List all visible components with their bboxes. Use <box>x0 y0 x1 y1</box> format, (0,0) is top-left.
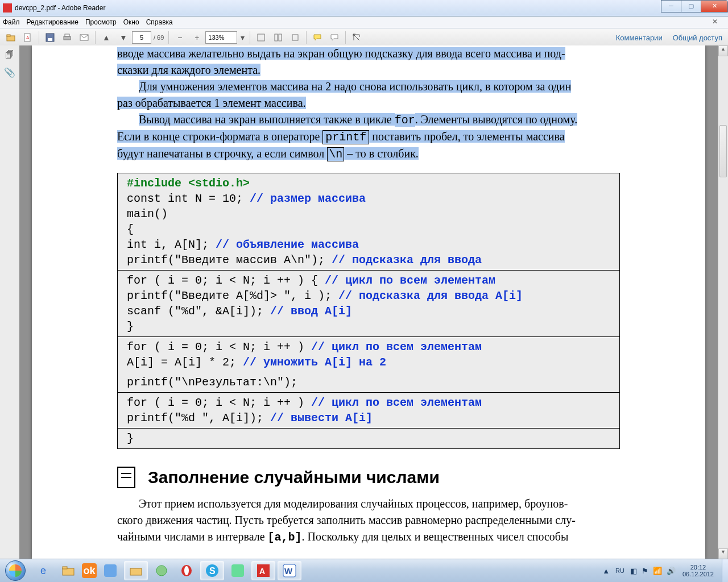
svg-rect-12 <box>292 35 298 40</box>
print-button[interactable] <box>60 30 75 45</box>
tray-language[interactable]: RU <box>615 567 624 574</box>
zoom-dropdown-icon[interactable]: ▾ <box>238 30 246 45</box>
menu-edit[interactable]: Редактирование <box>27 18 78 26</box>
code-line: printf("Введите массив A\n"); <box>127 253 332 267</box>
zoom-input[interactable] <box>205 31 237 44</box>
email-button[interactable] <box>77 30 92 45</box>
code-line: for ( i = 0; i < N; i ++ ) <box>127 340 311 354</box>
doc-text: ского движения частиц. Пусть требуется з… <box>117 514 576 526</box>
taskbar-adobe-reader-icon[interactable]: A <box>251 561 275 580</box>
system-tray: ▲ RU ◧ ⚑ 📶 🔊 20:12 06.12.2012 <box>600 564 722 577</box>
tray-date: 06.12.2012 <box>682 571 714 577</box>
attachments-icon[interactable]: 📎 <box>4 67 15 78</box>
toolbar: A ▲ ▼ / 69 − + ▾ Комментарии Общий досту… <box>0 28 728 47</box>
svg-point-19 <box>184 566 189 575</box>
taskbar-folder-open-icon[interactable] <box>124 561 148 580</box>
taskbar: e ok S A W ▲ RU ◧ ⚑ 📶 🔊 20:12 06.12.2012 <box>0 559 728 582</box>
zoom-in-button[interactable]: + <box>189 30 204 45</box>
tool-hand-button[interactable] <box>254 30 268 45</box>
code-comment: // ввод A[i] <box>270 305 352 318</box>
save-button[interactable] <box>43 30 57 45</box>
toolbar-separator <box>95 31 96 44</box>
code-line: A[i] = A[i] * 2; <box>127 356 243 369</box>
tray-volume-icon[interactable]: 🔊 <box>667 567 676 575</box>
scroll-down-button[interactable]: ▼ <box>718 548 728 559</box>
taskbar-ie-icon[interactable]: e <box>32 562 55 580</box>
svg-rect-10 <box>275 34 278 41</box>
svg-rect-16 <box>130 568 142 575</box>
svg-rect-22 <box>231 564 244 577</box>
thumbnails-icon[interactable]: 🗐 <box>4 50 15 61</box>
doc-text: будут напечатаны в строчку, а если симво… <box>117 147 327 160</box>
section-icon <box>117 467 135 488</box>
side-panel: 🗐 📎 <box>0 45 20 559</box>
read-mode-button[interactable] <box>349 30 364 45</box>
link-share[interactable]: Общий доступ <box>673 34 722 42</box>
taskbar-app3-icon[interactable] <box>226 562 249 580</box>
doc-text: . Поскольку для целых и вещественных чис… <box>302 530 569 543</box>
doc-text: чайными числами в интервале <box>117 530 268 543</box>
highlight-button[interactable] <box>327 30 342 45</box>
doc-text: раз обрабатывается 1 элемент массива. <box>117 97 306 109</box>
tray-network-icon[interactable]: 📶 <box>653 567 662 575</box>
doc-text: Для умножения элементов массива на 2 над… <box>139 80 571 93</box>
doc-code-printf: printf <box>322 130 369 144</box>
taskbar-app2-icon[interactable] <box>150 562 173 580</box>
window-maximize-button[interactable]: ▢ <box>681 0 701 13</box>
menu-window[interactable]: Окно <box>123 18 139 26</box>
code-comment: // цикл по всем элементам <box>325 274 495 287</box>
code-comment: // подсказка для ввода A[i] <box>338 289 523 302</box>
menu-view[interactable]: Просмотр <box>85 18 117 26</box>
tool-select-button[interactable] <box>271 30 286 45</box>
open-button[interactable] <box>3 30 18 45</box>
tray-app-icon[interactable]: ◧ <box>630 567 637 575</box>
taskbar-ok-icon[interactable]: ok <box>82 563 97 578</box>
show-desktop-button[interactable] <box>722 559 728 582</box>
window-titlebar: devcpp_2.pdf - Adobe Reader ─ ▢ ✕ <box>0 0 728 16</box>
page-down-button[interactable]: ▼ <box>116 30 131 45</box>
toolbar-separator <box>306 31 307 44</box>
window-close-button[interactable]: ✕ <box>701 0 728 13</box>
page-number-input[interactable] <box>132 31 151 44</box>
code-line: printf("\nРезультат:\n"); <box>127 376 297 389</box>
taskbar-skype-icon[interactable]: S <box>200 561 224 580</box>
tool-snapshot-button[interactable] <box>288 30 303 45</box>
comment-button[interactable] <box>310 30 325 45</box>
tray-time: 20:12 <box>682 564 714 571</box>
tray-chevron-icon[interactable]: ▲ <box>602 567 610 575</box>
window-minimize-button[interactable]: ─ <box>661 0 681 13</box>
zoom-out-button[interactable]: − <box>172 30 187 45</box>
doc-code-interval: [a,b] <box>268 531 302 544</box>
doc-text: Вывод массива на экран выполняется также… <box>139 113 395 126</box>
doc-text: поставить пробел, то элементы массива <box>369 130 564 143</box>
doc-code-for: for <box>395 114 415 127</box>
create-pdf-button[interactable]: A <box>20 30 35 45</box>
taskbar-app1-icon[interactable] <box>99 562 122 580</box>
menu-help[interactable]: Справка <box>146 18 173 26</box>
doc-code-newline: \n <box>327 147 344 161</box>
code-line: } <box>127 432 134 445</box>
code-line: scanf ("%d", &A[i]); <box>127 305 270 318</box>
tray-flag-icon[interactable]: ⚑ <box>642 567 648 575</box>
code-comment: // цикл по всем элементам <box>311 396 482 409</box>
taskbar-explorer-icon[interactable] <box>57 562 80 580</box>
menu-file[interactable]: Файл <box>3 18 20 26</box>
taskbar-word-icon[interactable]: W <box>278 561 301 580</box>
tray-clock[interactable]: 20:12 06.12.2012 <box>682 564 714 577</box>
pdf-page[interactable]: вводе массива желательно выдать на экран… <box>32 45 705 559</box>
doc-text: Если в конце строки-формата в операторе <box>117 130 322 143</box>
menu-close-icon[interactable]: ✕ <box>712 18 718 26</box>
taskbar-opera-icon[interactable] <box>175 562 198 580</box>
vertical-scrollbar[interactable]: ▲ ▼ <box>718 45 728 559</box>
svg-point-17 <box>156 566 167 576</box>
page-up-button[interactable]: ▲ <box>99 30 114 45</box>
toolbar-separator <box>39 31 39 44</box>
scroll-up-button[interactable]: ▲ <box>718 45 728 56</box>
toolbar-separator <box>345 31 346 44</box>
menu-bar: Файл Редактирование Просмотр Окно Справк… <box>0 16 728 28</box>
svg-rect-5 <box>48 38 52 41</box>
adobe-reader-icon <box>3 3 12 13</box>
start-button[interactable] <box>0 559 31 582</box>
link-comments[interactable]: Комментарии <box>616 34 663 42</box>
scroll-thumb[interactable] <box>719 125 727 177</box>
